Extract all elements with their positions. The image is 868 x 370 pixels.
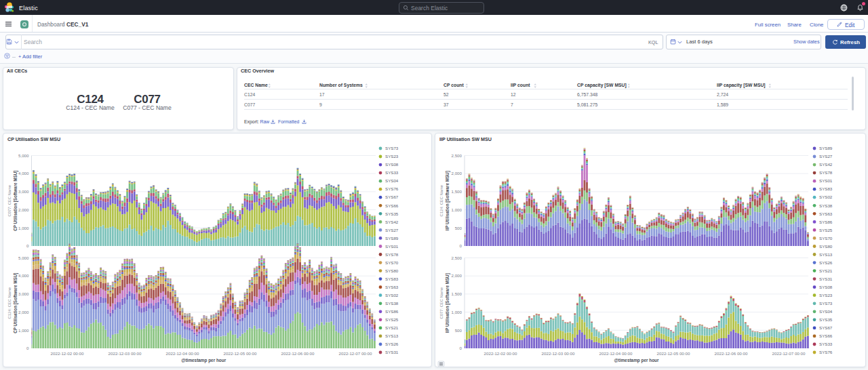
svg-text:SYS25: SYS25 xyxy=(819,228,833,232)
svg-text:SYS27: SYS27 xyxy=(385,228,399,232)
svg-text:2022-12-06 00:00: 2022-12-06 00:00 xyxy=(281,351,315,356)
svg-text:2022-12-07 00:00: 2022-12-07 00:00 xyxy=(772,351,806,356)
svg-text:SYS33: SYS33 xyxy=(385,170,399,175)
svg-text:3,000: 3,000 xyxy=(18,189,29,194)
svg-text:SYS73: SYS73 xyxy=(819,301,833,306)
svg-text:SYS70: SYS70 xyxy=(819,236,833,241)
svg-text:C077: CEC Name: C077: CEC Name xyxy=(439,287,443,318)
svg-text:@timestamp per hour: @timestamp per hour xyxy=(181,358,226,363)
svg-text:SYS42: SYS42 xyxy=(385,220,399,224)
svg-text:SYS23: SYS23 xyxy=(819,293,833,297)
svg-text:1,000: 1,000 xyxy=(18,328,29,333)
svg-text:SYS21: SYS21 xyxy=(819,268,833,273)
svg-text:0: 0 xyxy=(460,346,462,350)
svg-text:2,000: 2,000 xyxy=(18,207,29,212)
svg-text:SYS70: SYS70 xyxy=(385,260,399,265)
svg-text:SYS13: SYS13 xyxy=(385,333,399,338)
svg-text:SYS27: SYS27 xyxy=(819,154,833,159)
svg-text:SYS63: SYS63 xyxy=(819,211,833,216)
svg-text:SYS13: SYS13 xyxy=(819,252,833,257)
svg-text:SYS66: SYS66 xyxy=(819,333,833,338)
svg-text:2022-12-06 00:00: 2022-12-06 00:00 xyxy=(715,351,748,356)
svg-text:1,500: 1,500 xyxy=(452,189,462,194)
svg-text:2022-12-03 00:00: 2022-12-03 00:00 xyxy=(108,351,142,356)
svg-text:IIP Utilisation [Software MSU]: IIP Utilisation [Software MSU] xyxy=(445,273,450,333)
svg-text:SYS02: SYS02 xyxy=(819,194,833,199)
svg-text:SYS21: SYS21 xyxy=(385,325,399,330)
svg-text:SYS78: SYS78 xyxy=(819,170,833,175)
svg-text:SYS33: SYS33 xyxy=(819,342,833,346)
svg-text:2022-12-05 00:00: 2022-12-05 00:00 xyxy=(224,351,257,356)
svg-text:2,500: 2,500 xyxy=(452,255,462,260)
svg-text:SYS83: SYS83 xyxy=(819,186,833,191)
svg-text:C077: CEC Name: C077: CEC Name xyxy=(7,185,12,216)
svg-text:SYS01: SYS01 xyxy=(385,244,399,249)
svg-text:500: 500 xyxy=(455,328,462,333)
svg-text:SYS86: SYS86 xyxy=(385,309,399,314)
svg-text:SYS73: SYS73 xyxy=(385,146,399,150)
svg-text:2022-12-03 00:00: 2022-12-03 00:00 xyxy=(542,351,575,356)
svg-text:2022-12-04 00:00: 2022-12-04 00:00 xyxy=(166,351,199,356)
svg-text:SYS67: SYS67 xyxy=(819,325,833,330)
svg-text:2022-12-05 00:00: 2022-12-05 00:00 xyxy=(657,351,690,356)
svg-text:4,000: 4,000 xyxy=(18,273,29,278)
svg-text:SYS83: SYS83 xyxy=(385,276,399,281)
svg-text:SYS23: SYS23 xyxy=(385,154,399,159)
svg-text:1,000: 1,000 xyxy=(452,310,462,314)
svg-text:0: 0 xyxy=(26,346,29,350)
svg-text:SYS67: SYS67 xyxy=(385,194,399,199)
svg-text:SYS31: SYS31 xyxy=(385,350,399,354)
svg-text:SYS01: SYS01 xyxy=(819,178,833,183)
svg-text:1,000: 1,000 xyxy=(18,226,29,230)
svg-text:2022-12-02 00:00: 2022-12-02 00:00 xyxy=(51,351,84,356)
svg-text:2022-12-07 00:00: 2022-12-07 00:00 xyxy=(339,351,372,356)
svg-text:2,000: 2,000 xyxy=(18,310,29,314)
svg-text:1,000: 1,000 xyxy=(452,207,462,212)
svg-text:SYS35: SYS35 xyxy=(385,211,399,216)
svg-text:SYS38: SYS38 xyxy=(819,203,833,208)
svg-text:500: 500 xyxy=(455,226,462,230)
svg-text:SYS63: SYS63 xyxy=(385,285,399,289)
svg-text:SYS26: SYS26 xyxy=(819,260,833,265)
svg-text:CP Utilisation SW MSU: CP Utilisation SW MSU xyxy=(7,136,60,142)
svg-text:C124: CEC Name: C124: CEC Name xyxy=(7,287,12,318)
svg-text:5,000: 5,000 xyxy=(18,255,29,260)
svg-text:SYS80: SYS80 xyxy=(385,268,399,273)
svg-text:SYS89: SYS89 xyxy=(385,236,399,241)
svg-text:@timestamp per hour: @timestamp per hour xyxy=(614,358,659,363)
svg-text:5,000: 5,000 xyxy=(18,153,29,158)
svg-text:3,000: 3,000 xyxy=(18,291,29,296)
svg-text:2,500: 2,500 xyxy=(452,153,462,158)
svg-text:SYS42: SYS42 xyxy=(819,162,833,167)
svg-text:2,000: 2,000 xyxy=(452,273,462,278)
svg-text:C124: CEC Name: C124: CEC Name xyxy=(439,185,443,216)
svg-text:2022-12-02 00:00: 2022-12-02 00:00 xyxy=(484,351,517,356)
svg-text:SYS02: SYS02 xyxy=(385,293,399,297)
svg-text:CP Utilisation [Software MSU]: CP Utilisation [Software MSU] xyxy=(13,171,18,231)
svg-text:SYS08: SYS08 xyxy=(819,285,833,289)
svg-text:IIP Utilisation SW MSU: IIP Utilisation SW MSU xyxy=(439,136,492,142)
svg-text:1,500: 1,500 xyxy=(452,291,462,296)
svg-text:SYS08: SYS08 xyxy=(385,162,399,167)
svg-text:SYS26: SYS26 xyxy=(385,342,399,346)
svg-text:IIP Utilisation [Software MSU]: IIP Utilisation [Software MSU] xyxy=(445,171,450,230)
svg-text:SYS66: SYS66 xyxy=(385,203,399,208)
svg-text:2,000: 2,000 xyxy=(452,171,462,176)
svg-text:2022-12-04 00:00: 2022-12-04 00:00 xyxy=(599,351,633,356)
svg-text:SYS35: SYS35 xyxy=(819,317,833,322)
svg-text:SYS78: SYS78 xyxy=(385,252,399,257)
svg-text:CP Utilisation [Software MSU]: CP Utilisation [Software MSU] xyxy=(13,273,18,333)
svg-text:SYS04: SYS04 xyxy=(385,178,399,183)
svg-text:SYS31: SYS31 xyxy=(819,276,833,281)
svg-text:0: 0 xyxy=(460,243,462,248)
svg-text:SYS76: SYS76 xyxy=(819,350,833,354)
svg-text:SYS86: SYS86 xyxy=(819,220,833,224)
svg-text:SYS80: SYS80 xyxy=(819,244,833,249)
svg-text:SYS76: SYS76 xyxy=(385,186,399,191)
svg-text:0: 0 xyxy=(26,243,29,248)
svg-text:SYS89: SYS89 xyxy=(819,146,833,150)
svg-text:SYS04: SYS04 xyxy=(819,309,833,314)
svg-text:4,000: 4,000 xyxy=(18,171,29,176)
svg-text:SYS25: SYS25 xyxy=(385,317,399,322)
svg-text:SYS38: SYS38 xyxy=(385,301,399,306)
